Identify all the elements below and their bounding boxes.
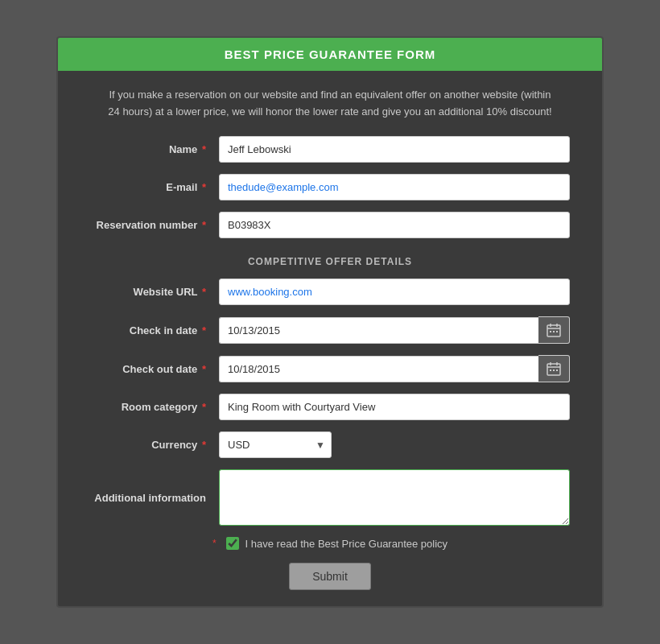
form-container: BEST PRICE GUARANTEE FORM If you make a … bbox=[56, 36, 604, 609]
name-required: * bbox=[202, 143, 206, 155]
checkin-label: Check in date * bbox=[90, 324, 219, 336]
checkout-input[interactable] bbox=[219, 356, 538, 382]
svg-rect-6 bbox=[556, 331, 558, 332]
calendar-icon bbox=[547, 323, 561, 337]
svg-rect-4 bbox=[550, 331, 551, 332]
section-title: COMPETITIVE OFFER DETAILS bbox=[90, 250, 570, 279]
currency-required: * bbox=[202, 439, 206, 451]
currency-select[interactable]: USD EUR GBP JPY bbox=[219, 431, 332, 458]
additional-row: Additional information bbox=[90, 469, 570, 526]
checkin-wrapper bbox=[219, 316, 570, 344]
checkin-input[interactable] bbox=[219, 317, 538, 344]
email-row: E-mail * bbox=[90, 174, 570, 200]
svg-rect-12 bbox=[553, 369, 555, 371]
form-description: If you make a reservation on our website… bbox=[58, 71, 602, 129]
checkbox-row: * I have read the Best Price Guarantee p… bbox=[90, 537, 570, 550]
checkout-wrapper bbox=[219, 355, 570, 382]
website-label: Website URL * bbox=[90, 286, 219, 298]
checkin-row: Check in date * bbox=[90, 316, 570, 344]
checkin-required: * bbox=[202, 324, 206, 336]
email-input[interactable] bbox=[219, 174, 570, 200]
reservation-label: Reservation number * bbox=[90, 219, 219, 231]
currency-select-wrapper: USD EUR GBP JPY ▼ bbox=[219, 431, 332, 458]
submit-button[interactable]: Submit bbox=[289, 563, 371, 590]
website-input[interactable] bbox=[219, 279, 570, 305]
reservation-required: * bbox=[202, 219, 206, 231]
name-label: Name * bbox=[90, 143, 219, 155]
email-required: * bbox=[202, 181, 206, 193]
svg-rect-11 bbox=[550, 369, 551, 371]
room-label: Room category * bbox=[90, 401, 219, 413]
policy-checkbox[interactable] bbox=[226, 537, 239, 550]
svg-rect-13 bbox=[556, 369, 558, 371]
submit-row: Submit bbox=[90, 563, 570, 590]
checkout-row: Check out date * bbox=[90, 355, 570, 382]
website-row: Website URL * bbox=[90, 279, 570, 305]
checkout-calendar-button[interactable] bbox=[538, 355, 570, 382]
additional-textarea[interactable] bbox=[219, 469, 570, 526]
reservation-row: Reservation number * bbox=[90, 212, 570, 238]
calendar-icon bbox=[547, 361, 561, 376]
name-row: Name * bbox=[90, 136, 570, 163]
room-required: * bbox=[202, 401, 206, 413]
checkout-required: * bbox=[202, 363, 206, 375]
form-title: BEST PRICE GUARANTEE FORM bbox=[225, 47, 436, 61]
svg-rect-5 bbox=[553, 331, 555, 332]
checkbox-required-star: * bbox=[212, 538, 217, 549]
additional-label: Additional information bbox=[90, 492, 219, 504]
email-label: E-mail * bbox=[90, 181, 219, 193]
room-row: Room category * bbox=[90, 394, 570, 420]
currency-row: Currency * USD EUR GBP JPY ▼ bbox=[90, 431, 570, 458]
form-body: Name * E-mail * Reservation number * COM… bbox=[58, 128, 602, 606]
room-input[interactable] bbox=[219, 394, 570, 420]
currency-label: Currency * bbox=[90, 439, 219, 451]
form-header: BEST PRICE GUARANTEE FORM bbox=[58, 38, 602, 71]
checkbox-label: I have read the Best Price Guarantee pol… bbox=[245, 538, 448, 550]
name-input[interactable] bbox=[219, 136, 570, 163]
reservation-input[interactable] bbox=[219, 212, 570, 238]
checkout-label: Check out date * bbox=[90, 363, 219, 375]
website-required: * bbox=[202, 286, 206, 298]
checkin-calendar-button[interactable] bbox=[538, 316, 570, 344]
